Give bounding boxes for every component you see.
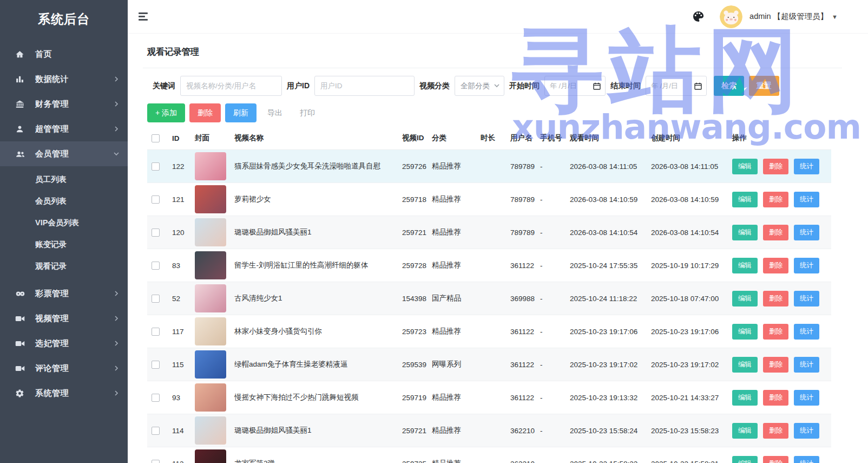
sidebar-subitem-staff-list[interactable]: 员工列表 xyxy=(0,168,128,190)
cell-video-id: 259718 xyxy=(398,183,428,216)
table-header-row: ID封面视频名称视频ID分类时长用户名手机号观看时间创建时间操作 xyxy=(147,128,831,150)
user-menu-caret-icon[interactable]: ▼ xyxy=(832,14,838,20)
keyword-input[interactable] xyxy=(180,76,282,96)
delete-row-button[interactable]: 删除 xyxy=(763,291,788,307)
cell-category: 精品推荐 xyxy=(428,249,476,282)
edit-row-button[interactable]: 编辑 xyxy=(732,390,758,406)
delete-row-button[interactable]: 删除 xyxy=(763,258,788,273)
stats-row-button[interactable]: 统计 xyxy=(794,225,819,240)
sidebar-item-comment[interactable]: 评论管理 xyxy=(0,356,128,381)
stats-row-button[interactable]: 统计 xyxy=(794,324,819,340)
sidebar-item-home[interactable]: 首页 xyxy=(0,42,128,67)
sidebar-subitem-balance-log[interactable]: 账变记录 xyxy=(0,233,128,255)
sidebar-item-lottery[interactable]: 彩票管理 xyxy=(0,281,128,306)
theme-palette-icon[interactable] xyxy=(692,10,705,23)
edit-row-button[interactable]: 编辑 xyxy=(732,357,758,373)
select-all-checkbox[interactable] xyxy=(152,134,160,142)
chevron-right-icon xyxy=(114,390,119,396)
video-thumbnail xyxy=(195,350,226,379)
delete-row-button[interactable]: 删除 xyxy=(763,159,788,174)
row-checkbox[interactable] xyxy=(152,460,160,463)
delete-row-button[interactable]: 删除 xyxy=(763,357,788,373)
sidebar-item-finance[interactable]: 财务管理 xyxy=(0,92,128,116)
cell-create-time: 2025-10-23 15:58:23 xyxy=(647,414,728,447)
row-checkbox[interactable] xyxy=(152,229,160,237)
sidebar-item-system[interactable]: 系统管理 xyxy=(0,381,128,406)
row-checkbox[interactable] xyxy=(152,195,160,204)
add-button[interactable]: + 添加 xyxy=(147,103,185,122)
sidebar-item-stats[interactable]: 数据统计 xyxy=(0,67,128,92)
video-icon xyxy=(15,364,27,373)
row-checkbox[interactable] xyxy=(152,262,160,270)
cell-id: 83 xyxy=(168,249,190,282)
userid-input[interactable] xyxy=(314,76,415,96)
stats-row-button[interactable]: 统计 xyxy=(794,159,819,174)
end-date-input[interactable]: 年 /月/日 xyxy=(646,76,707,96)
delete-row-button[interactable]: 删除 xyxy=(763,225,788,240)
edit-row-button[interactable]: 编辑 xyxy=(732,324,758,340)
edit-row-button[interactable]: 编辑 xyxy=(732,159,758,174)
sidebar-subitem-vip-list[interactable]: VIP会员列表 xyxy=(0,212,128,233)
stats-row-button[interactable]: 统计 xyxy=(794,291,819,307)
row-checkbox[interactable] xyxy=(152,427,160,435)
sidebar-item-members[interactable]: 会员管理 xyxy=(0,141,128,166)
delete-button[interactable]: 删除 xyxy=(189,103,221,122)
user-avatar[interactable] xyxy=(720,5,742,28)
stats-row-button[interactable]: 统计 xyxy=(794,456,819,463)
sidebar-item-video[interactable]: 视频管理 xyxy=(0,306,128,331)
edit-row-button[interactable]: 编辑 xyxy=(732,225,758,240)
stats-row-button[interactable]: 统计 xyxy=(794,390,819,406)
cell-actions: 编辑删除统计 xyxy=(728,447,831,463)
search-button[interactable]: 检索 xyxy=(714,76,744,96)
row-checkbox[interactable] xyxy=(152,295,160,303)
reset-button[interactable]: 重置 xyxy=(749,76,779,96)
export-button[interactable]: 导出 xyxy=(261,103,289,122)
cell-category: 精品推荐 xyxy=(428,183,476,216)
sidebar-item-superadmin[interactable]: 超管管理 xyxy=(0,116,128,141)
cell-video-id: 259725 xyxy=(398,447,428,463)
filter-bar: 关键词 用户ID 视频分类 全部分类 开始时间 年 /月/日 结束时间 年 /月… xyxy=(147,76,831,96)
edit-row-button[interactable]: 编辑 xyxy=(732,423,758,439)
cell-username: 361122 xyxy=(506,315,536,348)
cell-phone: - xyxy=(536,315,565,348)
print-button[interactable]: 打印 xyxy=(293,103,321,122)
sidebar-subitem-watch-log[interactable]: 观看记录 xyxy=(0,255,128,277)
delete-row-button[interactable]: 删除 xyxy=(763,324,788,340)
stats-row-button[interactable]: 统计 xyxy=(794,357,819,373)
delete-row-button[interactable]: 删除 xyxy=(763,192,788,207)
menu-toggle-icon[interactable] xyxy=(139,11,153,23)
cell-create-time: 2025-10-23 19:17:06 xyxy=(647,315,728,348)
sidebar-item-concubine[interactable]: 选妃管理 xyxy=(0,331,128,356)
table-row: 114璐璐极品御姐风骚美丽1259721精品推荐362210-2025-10-2… xyxy=(147,414,831,447)
edit-row-button[interactable]: 编辑 xyxy=(732,192,758,207)
column-header: 手机号 xyxy=(536,128,565,150)
row-checkbox[interactable] xyxy=(152,162,160,171)
start-date-input[interactable]: 年 /月/日 xyxy=(544,76,606,96)
delete-row-button[interactable]: 删除 xyxy=(763,390,788,406)
edit-row-button[interactable]: 编辑 xyxy=(732,291,758,307)
cell-video-name: 绿帽adam兔子体育生操老婆精液逼 xyxy=(230,348,398,381)
row-checkbox[interactable] xyxy=(152,394,160,402)
refresh-button[interactable]: 刷新 xyxy=(225,103,257,122)
sidebar-nav: 首页数据统计财务管理超管管理会员管理员工列表会员列表VIP会员列表账变记录观看记… xyxy=(0,42,128,406)
row-checkbox[interactable] xyxy=(152,361,160,369)
category-select[interactable]: 全部分类 xyxy=(455,76,504,96)
username-label[interactable]: admin 【超级管理员】 xyxy=(749,11,828,22)
delete-row-button[interactable]: 删除 xyxy=(763,423,788,439)
row-checkbox[interactable] xyxy=(152,328,160,336)
sidebar-subitem-member-list[interactable]: 会员列表 xyxy=(0,190,128,212)
cell-video-name: 猫系甜妹骨感美少女兔耳朵洗澡啪啪道具自慰 xyxy=(230,150,398,183)
cell-duration xyxy=(476,282,506,315)
stats-row-button[interactable]: 统计 xyxy=(794,423,819,439)
cell-category: 精品推荐 xyxy=(428,414,476,447)
category-select-value: 全部分类 xyxy=(461,81,490,91)
edit-row-button[interactable]: 编辑 xyxy=(732,456,758,463)
cell-video-name: 萝莉裙少女 xyxy=(230,183,398,216)
edit-row-button[interactable]: 编辑 xyxy=(732,258,758,273)
cell-actions: 编辑删除统计 xyxy=(728,315,831,348)
table-row: 115绿帽adam兔子体育生操老婆精液逼259539网曝系列361122-202… xyxy=(147,348,831,381)
stats-row-button[interactable]: 统计 xyxy=(794,258,819,273)
stats-row-button[interactable]: 统计 xyxy=(794,192,819,207)
cell-id: 52 xyxy=(168,282,190,315)
delete-row-button[interactable]: 删除 xyxy=(763,456,788,463)
